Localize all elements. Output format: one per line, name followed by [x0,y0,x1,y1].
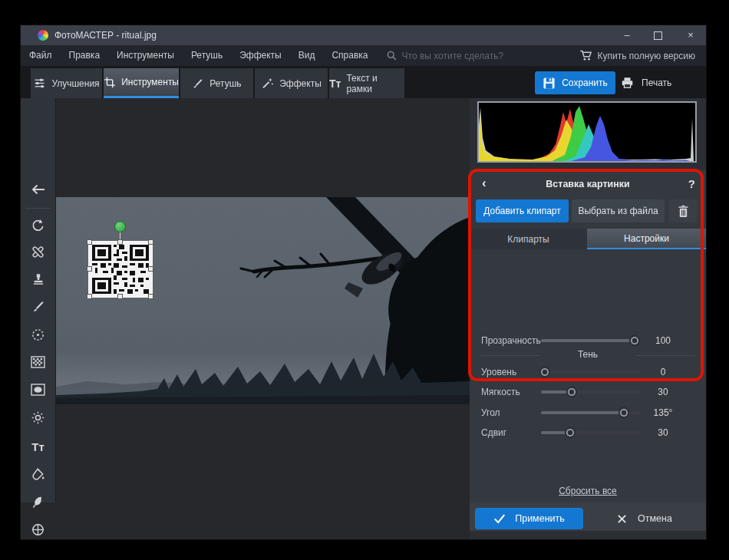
search-box[interactable]: Что вы хотите сделать? [386,50,504,61]
radial-filter-tool[interactable] [21,322,55,347]
sun-icon [31,410,45,425]
reset-all-link[interactable]: Сбросить все [470,486,706,496]
check-icon [493,513,506,524]
tab-effects[interactable]: Эффекты [255,68,328,98]
resize-handle-n[interactable] [117,239,123,245]
slider-knob[interactable] [629,335,640,346]
search-icon [386,50,397,61]
menu-retouch[interactable]: Ретушь [183,45,231,66]
resize-handle-w[interactable] [87,266,92,272]
tab-settings-label: Настройки [624,233,669,244]
trash-icon [678,205,689,218]
tab-settings[interactable]: Настройки [587,229,706,249]
desktop: { "window": { "title": "ФотоМАСТЕР - rit… [0,0,729,560]
fill-tool[interactable] [21,462,55,486]
resize-handle-s[interactable] [117,294,123,299]
panel-action-bar: Применить Отмена [470,502,706,535]
tab-cliparts[interactable]: Клипарты [470,229,587,249]
menu-help[interactable]: Справка [323,45,376,66]
rotate-handle[interactable] [114,221,126,232]
cancel-label: Отмена [638,513,672,524]
panel-help-button[interactable]: ? [688,177,695,190]
apply-button[interactable]: Применить [475,508,583,529]
right-panel: ‹ Вставка картинки ? Добавить клипарт Вы… [470,98,706,502]
retouch-leaf-tool[interactable] [21,489,55,514]
panel-bottom-strip [470,531,706,539]
slider-knob[interactable] [565,427,576,438]
menu-edit[interactable]: Правка [61,45,109,66]
menu-effects[interactable]: Эффекты [231,45,290,66]
add-clipart-button[interactable]: Добавить клипарт [476,199,569,222]
magic-wand-icon [261,77,274,90]
menu-tools[interactable]: Инструменты [108,45,183,66]
minimize-button[interactable]: – [615,28,638,43]
stamp-icon [31,272,45,286]
level-slider[interactable] [541,371,641,374]
tab-label: Улучшения [51,78,99,89]
rotate-tool[interactable] [21,212,55,237]
save-button[interactable]: Сохранить [535,71,615,94]
pick-from-file-button[interactable]: Выбрать из файла [572,199,665,222]
brush-tool[interactable] [21,295,55,319]
slider-knob[interactable] [566,387,577,397]
tab-retouch[interactable]: Ретушь [180,68,253,98]
tab-text-frames[interactable]: Tт Текст и рамки [329,68,404,98]
qr-code-image[interactable] [88,241,153,298]
shift-slider[interactable] [541,431,641,434]
tab-tools[interactable]: Инструменты [104,68,179,98]
cart-icon [579,49,592,62]
slider-knob[interactable] [539,367,550,377]
cancel-button[interactable]: Отмена [589,508,701,529]
resize-handle-e[interactable] [148,266,153,272]
slider-label: Сдвиг [481,427,506,438]
histogram-graphic [479,103,695,161]
stamp-tool[interactable] [21,267,55,292]
buy-full-version-button[interactable]: Купить полную версию [579,45,695,66]
left-tool-rail: Tт [21,98,56,502]
tab-label: Инструменты [121,77,179,87]
close-button[interactable]: × [679,28,702,43]
resize-handle-se[interactable] [148,294,153,299]
lighting-tool[interactable] [21,405,55,430]
angle-slider[interactable] [541,411,641,414]
maximize-icon [654,31,662,40]
slider-knob[interactable] [618,407,629,418]
vignette-tool[interactable] [21,377,55,402]
resize-handle-ne[interactable] [148,239,153,245]
app-logo-icon [38,30,48,41]
tab-label: Эффекты [279,78,322,89]
gradient-filter-tool[interactable] [21,350,55,374]
slider-row-level: Уровень 0 [470,364,706,380]
insert-panel-header: ‹ Вставка картинки ? [470,175,706,195]
back-tool[interactable] [21,177,55,202]
delete-clipart-button[interactable] [669,199,697,222]
distortion-tool[interactable] [21,517,55,542]
divider-line [635,355,695,356]
menu-view[interactable]: Вид [290,45,324,66]
crosshair-circle-icon [31,522,45,537]
title-bar: ФотоМАСТЕР - ritual.jpg – × [21,25,706,45]
shadow-section-header: Тень [470,349,706,361]
softness-slider[interactable] [541,390,641,394]
vignette-icon [31,384,45,396]
qr-code-graphic [92,245,149,294]
histogram-zone [470,98,706,170]
qr-code-clipart[interactable] [87,233,154,299]
print-button[interactable]: Печать [620,71,697,94]
brush-icon [192,77,204,90]
opacity-slider[interactable] [541,339,641,342]
tab-label: Текст и рамки [346,73,404,94]
menu-bar: Файл Правка Инструменты Ретушь Эффекты В… [21,45,706,66]
panel-title: Вставка картинки [470,179,706,189]
tab-enhancements[interactable]: Улучшения [31,68,102,98]
maximize-button[interactable] [646,28,669,43]
menu-file[interactable]: Файл [21,45,61,66]
close-x-icon [617,514,627,524]
healing-tool[interactable] [21,239,55,264]
window-title: ФотоМАСТЕР - ritual.jpg [54,30,157,41]
slider-row-softness: Мягкость 30 [470,384,706,400]
resize-handle-sw[interactable] [87,294,92,299]
resize-handle-nw[interactable] [87,239,92,245]
print-label: Печать [642,77,671,88]
text-tool[interactable]: Tт [21,434,55,459]
